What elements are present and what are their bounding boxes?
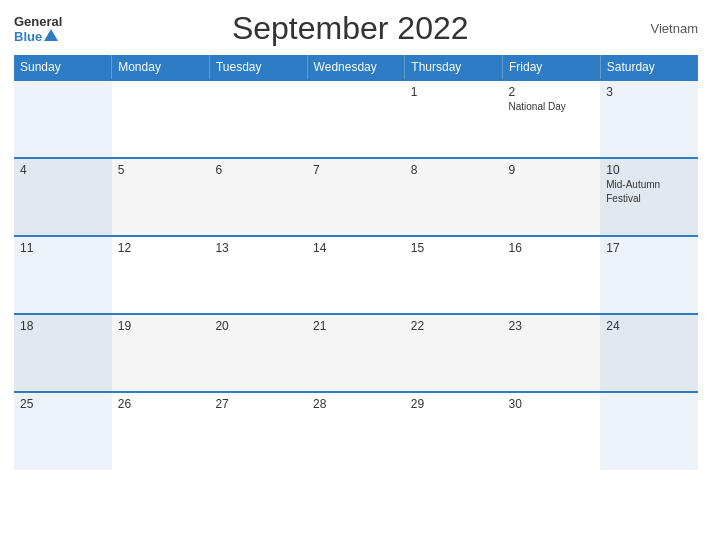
calendar-cell: 16	[503, 236, 601, 314]
day-number: 28	[313, 397, 399, 411]
week-row-0: 12National Day3	[14, 80, 698, 158]
day-number: 16	[509, 241, 595, 255]
day-number: 5	[118, 163, 204, 177]
day-number: 30	[509, 397, 595, 411]
day-number: 18	[20, 319, 106, 333]
day-number: 24	[606, 319, 692, 333]
day-number: 13	[215, 241, 301, 255]
calendar-cell: 3	[600, 80, 698, 158]
week-row-4: 252627282930	[14, 392, 698, 470]
calendar-cell: 23	[503, 314, 601, 392]
day-number: 15	[411, 241, 497, 255]
calendar-cell: 7	[307, 158, 405, 236]
day-number: 1	[411, 85, 497, 99]
calendar-page: General Blue September 2022 Vietnam Sund…	[0, 0, 712, 550]
week-row-3: 18192021222324	[14, 314, 698, 392]
calendar-cell: 30	[503, 392, 601, 470]
calendar-cell	[600, 392, 698, 470]
day-number: 19	[118, 319, 204, 333]
header-tuesday: Tuesday	[209, 55, 307, 80]
logo-triangle-icon	[44, 29, 58, 41]
day-number: 17	[606, 241, 692, 255]
day-number: 20	[215, 319, 301, 333]
calendar-cell: 19	[112, 314, 210, 392]
calendar-cell: 11	[14, 236, 112, 314]
header-friday: Friday	[503, 55, 601, 80]
calendar-cell: 14	[307, 236, 405, 314]
calendar-cell: 27	[209, 392, 307, 470]
calendar-cell: 12	[112, 236, 210, 314]
calendar-cell: 13	[209, 236, 307, 314]
week-row-2: 11121314151617	[14, 236, 698, 314]
calendar-cell: 29	[405, 392, 503, 470]
calendar-cell: 10Mid-Autumn Festival	[600, 158, 698, 236]
day-number: 23	[509, 319, 595, 333]
day-number: 6	[215, 163, 301, 177]
calendar-cell: 4	[14, 158, 112, 236]
calendar-cell: 17	[600, 236, 698, 314]
day-number: 2	[509, 85, 595, 99]
day-number: 12	[118, 241, 204, 255]
calendar-cell: 20	[209, 314, 307, 392]
event-label: Mid-Autumn Festival	[606, 179, 660, 204]
days-header-row: Sunday Monday Tuesday Wednesday Thursday…	[14, 55, 698, 80]
calendar-cell: 25	[14, 392, 112, 470]
header-wednesday: Wednesday	[307, 55, 405, 80]
header-monday: Monday	[112, 55, 210, 80]
calendar-cell: 24	[600, 314, 698, 392]
day-number: 26	[118, 397, 204, 411]
country-label: Vietnam	[638, 21, 698, 36]
calendar-cell: 18	[14, 314, 112, 392]
calendar-cell: 2National Day	[503, 80, 601, 158]
day-number: 14	[313, 241, 399, 255]
calendar-cell	[14, 80, 112, 158]
week-row-1: 45678910Mid-Autumn Festival	[14, 158, 698, 236]
calendar-cell: 15	[405, 236, 503, 314]
calendar-title: September 2022	[62, 10, 638, 47]
calendar-cell: 9	[503, 158, 601, 236]
day-number: 8	[411, 163, 497, 177]
day-number: 3	[606, 85, 692, 99]
calendar-cell: 8	[405, 158, 503, 236]
logo: General Blue	[14, 14, 62, 44]
day-number: 4	[20, 163, 106, 177]
event-label: National Day	[509, 101, 566, 112]
day-number: 29	[411, 397, 497, 411]
day-number: 25	[20, 397, 106, 411]
header-sunday: Sunday	[14, 55, 112, 80]
calendar-cell: 28	[307, 392, 405, 470]
calendar-cell: 6	[209, 158, 307, 236]
calendar-cell	[112, 80, 210, 158]
day-number: 22	[411, 319, 497, 333]
logo-blue-text: Blue	[14, 29, 42, 44]
header: General Blue September 2022 Vietnam	[14, 10, 698, 47]
logo-general-text: General	[14, 14, 62, 29]
day-number: 21	[313, 319, 399, 333]
calendar-cell: 26	[112, 392, 210, 470]
day-number: 10	[606, 163, 692, 177]
day-number: 11	[20, 241, 106, 255]
header-saturday: Saturday	[600, 55, 698, 80]
calendar-table: Sunday Monday Tuesday Wednesday Thursday…	[14, 55, 698, 470]
calendar-cell: 22	[405, 314, 503, 392]
calendar-cell	[209, 80, 307, 158]
calendar-cell: 21	[307, 314, 405, 392]
calendar-cell	[307, 80, 405, 158]
calendar-cell: 5	[112, 158, 210, 236]
day-number: 9	[509, 163, 595, 177]
header-thursday: Thursday	[405, 55, 503, 80]
day-number: 27	[215, 397, 301, 411]
calendar-cell: 1	[405, 80, 503, 158]
day-number: 7	[313, 163, 399, 177]
